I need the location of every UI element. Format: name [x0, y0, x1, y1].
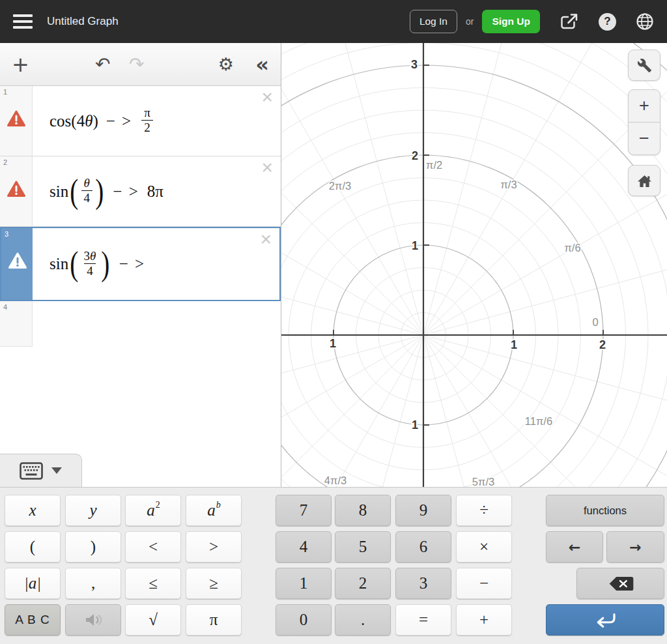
polar-spoke [281, 335, 423, 487]
graph-settings-button[interactable] [628, 50, 660, 81]
key-plus[interactable]: + [456, 604, 512, 636]
key-abs[interactable]: |a| [5, 568, 61, 599]
key-y[interactable]: y [65, 495, 121, 526]
row-index: 4 [3, 303, 7, 311]
key-0[interactable]: 0 [276, 604, 332, 636]
help-icon[interactable]: ? [599, 13, 616, 31]
expression-row-2[interactable]: 2 sin( θ4 ) − > 8π × [0, 156, 281, 227]
expression-row-4[interactable]: 4 [0, 301, 281, 347]
chevron-down-icon [51, 467, 62, 474]
key-greater-equal[interactable]: ≥ [186, 568, 242, 599]
speaker-icon [83, 613, 103, 627]
key-enter[interactable] [546, 604, 664, 636]
key-sqrt[interactable]: √ [125, 604, 181, 636]
key-minus[interactable]: − [456, 568, 512, 599]
axis-label: 2 [599, 338, 606, 351]
key-equals[interactable]: = [395, 604, 451, 636]
keyboard-icon [20, 462, 43, 480]
key-3[interactable]: 3 [395, 568, 451, 599]
key-close-paren[interactable]: ) [65, 531, 121, 563]
key-audio[interactable] [65, 604, 121, 636]
key-6[interactable]: 6 [395, 531, 451, 563]
key-2[interactable]: 2 [335, 568, 391, 599]
zoom-in-button[interactable]: + [629, 90, 660, 123]
polar-spoke [423, 231, 667, 335]
graph-title[interactable]: Untitled Graph [47, 15, 119, 28]
key-1[interactable]: 1 [276, 568, 332, 599]
warning-icon[interactable] [7, 180, 26, 201]
key-backspace[interactable] [576, 568, 664, 599]
wrench-icon [637, 58, 652, 73]
close-icon[interactable]: × [261, 158, 273, 177]
key-multiply[interactable]: × [456, 531, 512, 563]
key-less-than[interactable]: < [125, 531, 181, 563]
gear-icon[interactable]: ⚙ [218, 43, 234, 85]
polar-spoke [423, 43, 625, 335]
zoom-out-button[interactable]: − [629, 123, 660, 155]
collapse-panel-icon[interactable]: « [255, 43, 269, 85]
backspace-icon [606, 575, 635, 593]
warning-icon[interactable] [8, 252, 27, 272]
polar-spoke [281, 335, 423, 487]
key-decimal[interactable]: . [335, 604, 391, 636]
polar-spoke [423, 335, 625, 487]
expression-panel: + ↶ ↷ ⚙ « 1 cos(4θ) − > π2 × [0, 43, 281, 487]
key-9[interactable]: 9 [395, 495, 451, 526]
default-view-button[interactable] [628, 165, 660, 196]
share-icon[interactable] [560, 12, 579, 31]
key-arrow-right[interactable]: → [606, 531, 664, 563]
angle-label: 5π/3 [472, 476, 494, 487]
polar-spoke [281, 231, 423, 335]
key-divide[interactable]: ÷ [456, 495, 512, 526]
row-index: 1 [3, 88, 7, 96]
key-5[interactable]: 5 [335, 531, 391, 563]
key-a-squared[interactable]: a2 [125, 495, 181, 526]
language-globe-icon[interactable] [636, 12, 654, 31]
key-abc[interactable]: A B C [5, 604, 61, 636]
close-icon[interactable]: × [260, 229, 272, 249]
angle-label: π/6 [564, 242, 580, 254]
home-icon [637, 174, 652, 188]
key-greater-than[interactable]: > [186, 531, 242, 563]
key-4[interactable]: 4 [276, 531, 332, 563]
polar-spoke [319, 335, 423, 487]
polar-spoke [423, 335, 667, 487]
key-7[interactable]: 7 [276, 495, 332, 526]
menu-icon[interactable] [13, 11, 33, 32]
key-comma[interactable]: , [65, 568, 121, 599]
math-field[interactable]: sin( 3θ4 ) − > [33, 228, 279, 300]
signup-button[interactable]: Sign Up [482, 10, 540, 33]
key-functions[interactable]: functions [546, 495, 664, 526]
angle-label: 4π/3 [324, 475, 347, 486]
angle-label: 11π/6 [525, 415, 552, 427]
polar-graph-canvas[interactable]: 3211112π/22π/3π/3π/6011π/65π/34π/3 [281, 43, 667, 487]
key-8[interactable]: 8 [335, 495, 391, 526]
key-pi[interactable]: π [186, 604, 242, 636]
undo-icon[interactable]: ↶ [95, 43, 110, 85]
key-less-equal[interactable]: ≤ [125, 568, 181, 599]
polar-grid[interactable]: 3211112π/22π/3π/3π/6011π/65π/34π/3 [281, 43, 667, 487]
math-field[interactable] [33, 301, 281, 347]
login-button[interactable]: Log In [410, 10, 457, 33]
key-x[interactable]: x [5, 495, 61, 526]
expression-row-3[interactable]: 3 sin( 3θ4 ) − > × [0, 227, 281, 301]
row-gutter: 4 [0, 301, 33, 347]
key-a-power-b[interactable]: ab [186, 495, 242, 526]
math-keyboard: xya2ab()<>|a|,≤≥A B C√π789÷456×123−0.=+f… [0, 487, 667, 644]
add-expression-button[interactable]: + [12, 43, 29, 85]
key-arrow-left[interactable]: ← [546, 531, 603, 563]
angle-label: π/3 [500, 179, 517, 190]
expression-row-1[interactable]: 1 cos(4θ) − > π2 × [0, 86, 281, 156]
row-gutter: 1 [0, 86, 33, 156]
close-icon[interactable]: × [261, 87, 273, 107]
key-open-paren[interactable]: ( [5, 531, 61, 563]
row-index: 3 [5, 230, 8, 238]
polar-spoke [281, 43, 423, 335]
angle-label: π/2 [426, 159, 442, 171]
math-field[interactable]: cos(4θ) − > π2 [33, 86, 281, 156]
warning-icon[interactable] [7, 110, 26, 130]
angle-label: 0 [592, 316, 598, 328]
keyboard-toggle[interactable] [0, 454, 82, 487]
math-field[interactable]: sin( θ4 ) − > 8π [33, 156, 281, 226]
polar-spoke [423, 335, 528, 487]
